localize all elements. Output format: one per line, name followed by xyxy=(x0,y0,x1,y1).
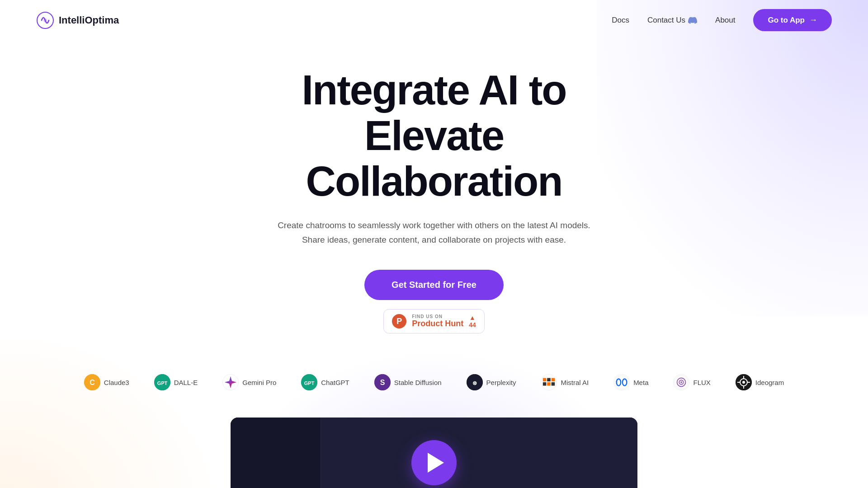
svg-text:GPT: GPT xyxy=(157,380,167,386)
svg-rect-12 xyxy=(543,378,547,382)
mistral-label: Mistral AI xyxy=(561,379,589,386)
svg-text:GPT: GPT xyxy=(304,380,315,386)
svg-point-1 xyxy=(43,19,47,22)
product-hunt-votes: ▲ 44 xyxy=(469,314,476,328)
svg-text:C: C xyxy=(90,379,95,386)
perplexity-label: Perplexity xyxy=(486,379,516,386)
nav-links: Docs Contact Us About Go to App → xyxy=(612,9,832,31)
svg-rect-15 xyxy=(543,382,547,386)
claude-icon: C xyxy=(84,374,100,390)
brand-stable-diffusion[interactable]: S Stable Diffusion xyxy=(374,374,442,390)
meta-icon xyxy=(613,374,630,390)
about-link[interactable]: About xyxy=(715,16,735,25)
video-container xyxy=(231,418,637,488)
hero-section: Integrate AI to Elevate Collaboration Cr… xyxy=(0,40,868,352)
meta-label: Meta xyxy=(633,379,648,386)
stable-diffusion-icon: S xyxy=(374,374,391,390)
cta-section: Get Started for Free P FIND US ON Produc… xyxy=(18,270,850,333)
hero-title-line1: Integrate AI to xyxy=(302,67,566,113)
brand-claude3[interactable]: C Claude3 xyxy=(84,374,129,390)
gemini-label: Gemini Pro xyxy=(242,379,276,386)
ideogram-icon xyxy=(736,374,752,390)
logo-text: IntelliOptima xyxy=(59,14,119,26)
contact-label: Contact Us xyxy=(647,16,685,25)
svg-text:⊗: ⊗ xyxy=(472,380,477,386)
dalle-icon: GPT xyxy=(154,374,170,390)
brand-meta[interactable]: Meta xyxy=(613,374,648,390)
product-hunt-find-us: FIND US ON xyxy=(412,314,463,319)
logo[interactable]: IntelliOptima xyxy=(36,11,119,29)
svg-point-24 xyxy=(681,381,683,383)
product-hunt-text: FIND US ON Product Hunt xyxy=(412,314,463,328)
brand-ideogram[interactable]: Ideogram xyxy=(736,374,784,390)
brand-dalle[interactable]: GPT DALL-E xyxy=(154,374,198,390)
play-triangle-icon xyxy=(428,453,444,473)
svg-rect-14 xyxy=(552,378,555,382)
mistral-icon xyxy=(541,374,557,390)
contact-link[interactable]: Contact Us xyxy=(647,16,697,25)
navbar: IntelliOptima Docs Contact Us About Go t… xyxy=(0,0,868,40)
video-main xyxy=(321,418,637,488)
upvote-arrow: ▲ xyxy=(469,314,476,321)
votes-count: 44 xyxy=(469,321,476,328)
hero-title-line2: Elevate xyxy=(364,113,504,159)
hero-subtitle-line2: Share ideas, generate content, and colla… xyxy=(18,233,850,247)
svg-rect-16 xyxy=(547,382,551,386)
arrow-icon: → xyxy=(809,15,817,25)
logo-icon xyxy=(36,11,54,29)
docs-link[interactable]: Docs xyxy=(612,16,629,25)
flux-icon xyxy=(673,374,689,390)
brands-strip: C Claude3 GPT DALL-E Gemini Pro GPT Chat… xyxy=(0,352,868,408)
brand-mistral[interactable]: Mistral AI xyxy=(541,374,589,390)
stable-diffusion-label: Stable Diffusion xyxy=(394,379,442,386)
dalle-label: DALL-E xyxy=(174,379,198,386)
go-to-app-button[interactable]: Go to App → xyxy=(753,9,832,31)
get-started-label: Get Started for Free xyxy=(392,280,476,290)
brand-perplexity[interactable]: ⊗ Perplexity xyxy=(467,374,516,390)
hero-subtitle: Create chatrooms to seamlessly work toge… xyxy=(18,218,850,248)
claude3-label: Claude3 xyxy=(104,379,129,386)
docs-label: Docs xyxy=(612,16,629,25)
chatgpt-icon: GPT xyxy=(301,374,317,390)
about-label: About xyxy=(715,16,735,25)
svg-text:S: S xyxy=(380,379,385,386)
discord-icon xyxy=(688,16,697,25)
product-hunt-badge[interactable]: P FIND US ON Product Hunt ▲ 44 xyxy=(383,309,485,333)
gemini-icon xyxy=(222,374,239,390)
svg-rect-17 xyxy=(552,382,555,386)
hero-title: Integrate AI to Elevate Collaboration xyxy=(18,67,850,205)
ideogram-label: Ideogram xyxy=(755,379,784,386)
svg-rect-13 xyxy=(547,378,551,382)
perplexity-icon: ⊗ xyxy=(467,374,483,390)
brand-gemini[interactable]: Gemini Pro xyxy=(222,374,276,390)
hero-title-line3: Collaboration xyxy=(306,158,562,204)
video-sidebar xyxy=(231,418,321,488)
go-to-app-label: Go to App xyxy=(768,16,805,25)
play-button[interactable] xyxy=(411,440,457,485)
product-hunt-logo: P xyxy=(392,314,406,328)
flux-label: FLUX xyxy=(693,379,710,386)
hero-subtitle-line1: Create chatrooms to seamlessly work toge… xyxy=(18,218,850,233)
product-hunt-name: Product Hunt xyxy=(412,319,463,328)
brand-flux[interactable]: FLUX xyxy=(673,374,710,390)
get-started-button[interactable]: Get Started for Free xyxy=(364,270,504,300)
chatgpt-label: ChatGPT xyxy=(321,379,349,386)
video-section xyxy=(0,408,868,488)
svg-point-27 xyxy=(742,381,745,384)
brand-chatgpt[interactable]: GPT ChatGPT xyxy=(301,374,349,390)
